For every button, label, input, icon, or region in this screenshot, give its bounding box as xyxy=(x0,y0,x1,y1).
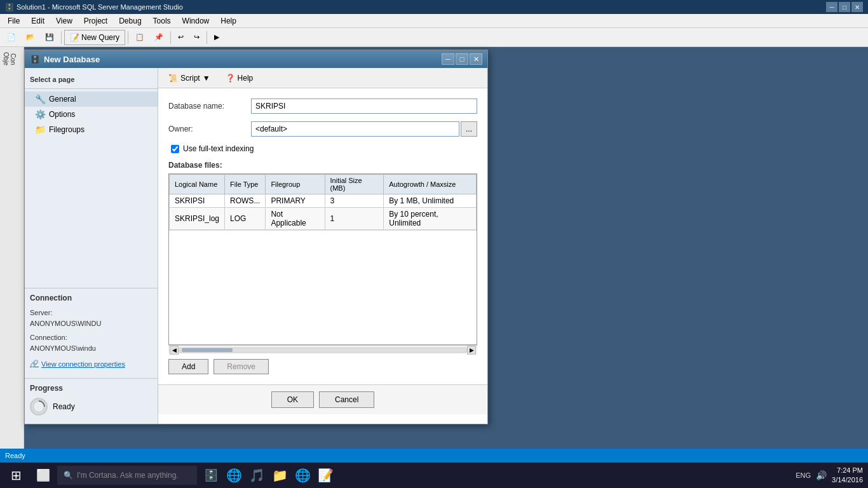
link-icon: 🔗 xyxy=(30,360,39,368)
horizontal-scrollbar[interactable]: ◀ ▶ xyxy=(168,345,477,354)
separator-2 xyxy=(128,31,128,44)
sidebar-item-filegroups[interactable]: 📁 Filegroups xyxy=(25,122,158,137)
cancel-button[interactable]: Cancel xyxy=(319,391,374,408)
new-query-button[interactable]: 📝 New Query xyxy=(64,30,125,45)
menu-window[interactable]: Window xyxy=(177,15,215,27)
toolbar: 📄 📂 💾 📝 New Query 📋 📌 ↩ ↪ ▶ xyxy=(0,28,868,47)
save-button[interactable]: 💾 xyxy=(41,30,58,45)
scroll-track[interactable] xyxy=(179,348,467,353)
dialog-close-button[interactable]: ✕ xyxy=(470,53,482,65)
help-icon: ❓ xyxy=(226,74,235,83)
sidebar-item-general[interactable]: 🔧 General xyxy=(25,92,158,107)
object-explorer-label: Obje xyxy=(3,52,10,65)
taskbar-notes-icon[interactable]: 📝 xyxy=(314,463,337,488)
scroll-left-arrow[interactable]: ◀ xyxy=(170,346,179,355)
paste-icon: 📌 xyxy=(154,33,163,41)
owner-label: Owner: xyxy=(168,125,251,133)
status-bar: Ready xyxy=(0,449,868,463)
browse-button[interactable]: ... xyxy=(461,121,477,137)
server-value: ANONYMOUS\WINDU xyxy=(30,320,101,327)
menu-edit[interactable]: Edit xyxy=(26,15,50,27)
help-button[interactable]: ❓ Help xyxy=(220,71,259,86)
sidebar-item-options[interactable]: ⚙️ Options xyxy=(25,107,158,122)
status-text: Ready xyxy=(5,452,25,459)
menu-tools[interactable]: Tools xyxy=(148,15,176,27)
search-placeholder: I'm Cortana. Ask me anything. xyxy=(77,471,179,480)
maximize-button[interactable]: □ xyxy=(839,2,850,12)
sidebar-label-filegroups: Filegroups xyxy=(49,125,85,134)
search-icon: 🔍 xyxy=(64,471,73,480)
menu-project[interactable]: Project xyxy=(79,15,112,27)
dialog-form: Database name: Owner: ... Use full-text … xyxy=(158,88,487,384)
minimize-button[interactable]: ─ xyxy=(826,2,837,12)
view-connection-link[interactable]: 🔗 View connection properties xyxy=(30,360,153,368)
dialog-minimize-button[interactable]: ─ xyxy=(442,53,454,65)
progress-content: Ready xyxy=(30,398,153,416)
task-view-button[interactable]: ⬜ xyxy=(32,463,55,488)
cortana-search[interactable]: 🔍 I'm Cortana. Ask me anything. xyxy=(57,466,197,485)
undo-button[interactable]: ↩ xyxy=(173,30,188,45)
dialog-footer: OK Cancel xyxy=(158,384,487,414)
db-name-input[interactable] xyxy=(251,98,477,114)
execute-button[interactable]: ▶ xyxy=(210,30,224,45)
taskbar-ssms-icon[interactable]: 🗄️ xyxy=(200,463,222,488)
menu-file[interactable]: File xyxy=(3,15,25,27)
dialog-content: 📜 Script ▼ ❓ Help Database name: xyxy=(158,68,487,424)
cell-filegroup-1: Not Applicable xyxy=(266,208,325,230)
close-button[interactable]: ✕ xyxy=(851,2,863,12)
filegroups-icon: 📁 xyxy=(35,125,45,135)
files-table: Logical Name File Type Filegroup Initial… xyxy=(169,174,477,230)
clock-time: 7:24 PM xyxy=(832,466,863,475)
start-button[interactable]: ⊞ xyxy=(0,463,32,488)
taskbar-chrome-icon-1[interactable]: 🌐 xyxy=(222,463,245,488)
taskbar-files-icon[interactable]: 📁 xyxy=(268,463,291,488)
add-button[interactable]: Add xyxy=(168,359,208,374)
files-section: Database files: Logical Name File Type F… xyxy=(168,161,477,374)
scroll-right-arrow[interactable]: ▶ xyxy=(467,346,476,355)
empty-table-area xyxy=(169,230,477,344)
table-row: SKRIPSI_log LOG Not Applicable 1 By 10 p… xyxy=(170,208,477,230)
dialog-restore-button[interactable]: □ xyxy=(456,53,468,65)
script-button[interactable]: 📜 Script ▼ xyxy=(163,71,215,86)
title-bar: 🗄️ Solution1 - Microsoft SQL Server Mana… xyxy=(0,0,868,14)
help-label: Help xyxy=(238,74,254,83)
menu-help[interactable]: Help xyxy=(215,15,241,27)
connection-link-label: View connection properties xyxy=(41,360,125,368)
chrome-icon-2: 🌐 xyxy=(295,468,311,483)
cell-type-1: LOG xyxy=(225,208,266,230)
cell-name-1: SKRIPSI_log xyxy=(170,208,225,230)
col-logical-name: Logical Name xyxy=(170,175,225,194)
menu-debug[interactable]: Debug xyxy=(114,15,146,27)
add-remove-buttons: Add Remove xyxy=(168,359,477,374)
script-icon: 📜 xyxy=(168,74,178,83)
media-icon: 🎵 xyxy=(249,468,265,483)
ok-button[interactable]: OK xyxy=(271,391,314,408)
cell-name-0: SKRIPSI xyxy=(170,194,225,208)
db-name-label: Database name: xyxy=(168,102,251,111)
open-button[interactable]: 📂 xyxy=(22,30,39,45)
app-title: Solution1 - Microsoft SQL Server Managem… xyxy=(17,3,183,11)
language-indicator: ENG xyxy=(796,471,811,479)
taskbar-media-icon[interactable]: 🎵 xyxy=(245,463,268,488)
windows-icon: ⊞ xyxy=(11,468,22,483)
menu-view[interactable]: View xyxy=(51,15,78,27)
left-panel: Obje Con xyxy=(0,47,24,449)
redo-button[interactable]: ↪ xyxy=(189,30,204,45)
copy-icon: 📋 xyxy=(135,33,144,41)
remove-button[interactable]: Remove xyxy=(214,359,269,374)
new-file-button[interactable]: 📄 xyxy=(3,30,20,45)
new-query-icon: 📝 xyxy=(70,33,79,42)
script-label: Script xyxy=(180,74,200,83)
owner-input[interactable] xyxy=(251,121,459,137)
cell-filegroup-0: PRIMARY xyxy=(266,194,325,208)
taskbar-chrome-icon-2[interactable]: 🌐 xyxy=(291,463,314,488)
fulltext-checkbox[interactable] xyxy=(171,145,179,153)
paste-button[interactable]: 📌 xyxy=(150,30,168,45)
cell-size-0: 3 xyxy=(325,194,384,208)
files-table-container[interactable]: Logical Name File Type Filegroup Initial… xyxy=(168,173,477,345)
connection-label: Connection: ANONYMOUS\windu xyxy=(30,332,153,355)
new-query-label: New Query xyxy=(81,33,119,42)
col-file-type: File Type xyxy=(225,175,266,194)
copy-button[interactable]: 📋 xyxy=(131,30,149,45)
col-filegroup: Filegroup xyxy=(266,175,325,194)
